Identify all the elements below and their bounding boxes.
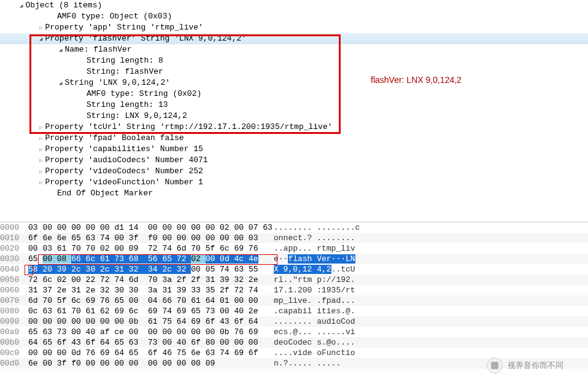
tree-node-str-flashver[interactable]: String: flashVer <box>0 66 588 77</box>
hex-row[interactable]: 00800c 63 61 70 61 62 69 6c 69 74 69 65 … <box>0 306 588 316</box>
tree-node-string-lnx[interactable]: String 'LNX 9,0,124,2' <box>0 77 588 88</box>
hex-row[interactable]: 006031 37 2e 31 2e 32 30 30 3a 31 39 33 … <box>0 285 588 295</box>
tree-node-strlen8[interactable]: String length: 8 <box>0 55 588 66</box>
tree-node-prop-flashver[interactable]: Property 'flashVer' String 'LNX 9,0,124,… <box>0 33 588 44</box>
tree-node-amf0type[interactable]: AMF0 type: Object (0x03) <box>0 11 588 22</box>
watermark-text: 视界音你而不同 <box>508 360 563 371</box>
tree-pane: Object (8 items) AMF0 type: Object (0x03… <box>0 0 588 222</box>
watermark-icon <box>487 358 503 373</box>
tree-node-prop-fpad[interactable]: Property 'fpad' Boolean false <box>0 133 588 144</box>
tree-node-prop-cap[interactable]: Property 'capabilities' Number 15 <box>0 144 588 155</box>
hex-row[interactable]: 000003 00 00 00 00 00 d1 14 00 00 00 00 … <box>0 222 588 233</box>
hex-row[interactable]: 003065 00 08 66 6c 61 73 68 56 65 72 02 … <box>0 254 588 264</box>
hex-row[interactable]: 00c000 00 00 0d 76 69 64 65 6f 46 75 6e … <box>0 348 588 358</box>
hex-row[interactable]: 00b064 65 6f 43 6f 64 65 63 73 00 40 6f … <box>0 337 588 348</box>
tree-node-strlen13[interactable]: String length: 13 <box>0 100 588 111</box>
tree-node-prop-tcurl[interactable]: Property 'tcUrl' String 'rtmp://192.17.1… <box>0 122 588 133</box>
tree-node-prop-ac[interactable]: Property 'audioCodecs' Number 4071 <box>0 155 588 166</box>
tree-node-eom[interactable]: End Of Object Marker <box>0 188 588 199</box>
hex-row[interactable]: 00a065 63 73 00 40 af ce 00 00 00 00 00 … <box>0 327 588 337</box>
hex-row[interactable]: 005072 6c 02 00 22 72 74 6d 70 3a 2f 2f … <box>0 275 588 285</box>
tree-node-name-flashver[interactable]: Name: flashVer <box>0 44 588 55</box>
hex-row[interactable]: 00106f 6e 6e 65 63 74 00 3f f0 00 00 00 … <box>0 233 588 243</box>
tree-node-prop-vf[interactable]: Property 'videoFunction' Number 1 <box>0 177 588 188</box>
annotation-text: flashVer: LNX 9,0,124,2 <box>371 75 462 85</box>
hex-row[interactable]: 002000 03 61 70 70 02 00 09 72 74 6d 70 … <box>0 243 588 254</box>
watermark: 视界音你而不同 <box>487 358 563 373</box>
tree-node-prop-app[interactable]: Property 'app' String 'rtmp_live' <box>0 22 588 33</box>
tree-node-prop-vc[interactable]: Property 'videoCodecs' Number 252 <box>0 166 588 177</box>
hex-row[interactable]: 00706d 70 5f 6c 69 76 65 00 04 66 70 61 … <box>0 295 588 306</box>
hex-row[interactable]: 009000 00 00 00 00 00 00 0b 61 75 64 69 … <box>0 316 588 327</box>
tree-node-string-val[interactable]: String: LNX 9,0,124,2 <box>0 111 588 122</box>
tree-node-amf-string[interactable]: AMF0 type: String (0x02) <box>0 88 588 100</box>
tree-node-object[interactable]: Object (8 items) <box>0 0 588 11</box>
hex-row[interactable]: 004058 20 39 2c 30 2c 31 32 34 2c 32 00 … <box>0 264 588 275</box>
